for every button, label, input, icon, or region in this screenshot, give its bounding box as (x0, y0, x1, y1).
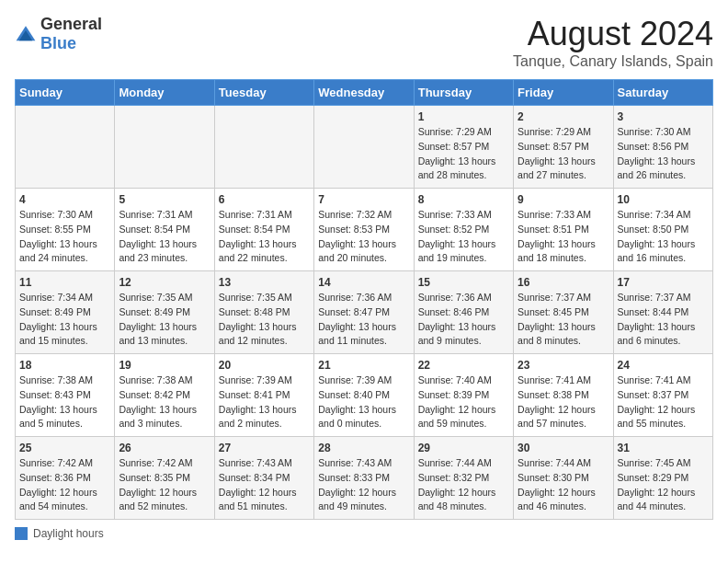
day-info: Sunrise: 7:39 AM Sunset: 8:41 PM Dayligh… (219, 373, 310, 431)
legend-box (15, 527, 28, 540)
footer: Daylight hours (15, 527, 713, 540)
day-number: 19 (119, 359, 210, 372)
day-number: 29 (418, 442, 509, 454)
header: General Blue August 2024 Tanque, Canary … (15, 15, 713, 70)
day-info: Sunrise: 7:32 AM Sunset: 8:53 PM Dayligh… (318, 208, 409, 266)
day-info: Sunrise: 7:41 AM Sunset: 8:37 PM Dayligh… (618, 373, 709, 431)
day-number: 3 (618, 110, 709, 123)
day-cell: 9Sunrise: 7:33 AM Sunset: 8:51 PM Daylig… (514, 189, 613, 271)
day-number: 9 (518, 193, 609, 206)
day-number: 8 (418, 193, 509, 206)
day-number: 16 (518, 276, 609, 289)
day-info: Sunrise: 7:38 AM Sunset: 8:43 PM Dayligh… (19, 373, 110, 431)
day-number: 12 (119, 276, 210, 289)
main-title: August 2024 (513, 15, 713, 53)
day-cell (214, 106, 313, 189)
day-cell: 30Sunrise: 7:44 AM Sunset: 8:30 PM Dayli… (514, 437, 613, 520)
day-number: 20 (219, 359, 310, 372)
day-number: 1 (418, 110, 509, 123)
header-cell-tuesday: Tuesday (214, 80, 313, 106)
day-cell: 22Sunrise: 7:40 AM Sunset: 8:39 PM Dayli… (414, 354, 513, 437)
week-row-4: 25Sunrise: 7:42 AM Sunset: 8:36 PM Dayli… (16, 437, 713, 520)
day-number: 27 (219, 442, 310, 454)
logo: General Blue (15, 15, 102, 53)
legend-label: Daylight hours (33, 527, 104, 540)
day-cell: 15Sunrise: 7:36 AM Sunset: 8:46 PM Dayli… (414, 271, 513, 354)
header-cell-friday: Friday (514, 80, 613, 106)
day-info: Sunrise: 7:43 AM Sunset: 8:34 PM Dayligh… (219, 456, 310, 514)
day-number: 13 (219, 276, 310, 289)
calendar-body: 1Sunrise: 7:29 AM Sunset: 8:57 PM Daylig… (16, 106, 713, 520)
day-cell: 19Sunrise: 7:38 AM Sunset: 8:42 PM Dayli… (115, 354, 214, 437)
day-cell: 2Sunrise: 7:29 AM Sunset: 8:57 PM Daylig… (514, 106, 613, 189)
logo-blue-text: Blue (40, 34, 76, 52)
day-info: Sunrise: 7:45 AM Sunset: 8:29 PM Dayligh… (618, 456, 709, 514)
day-cell: 21Sunrise: 7:39 AM Sunset: 8:40 PM Dayli… (314, 354, 414, 437)
day-info: Sunrise: 7:30 AM Sunset: 8:56 PM Dayligh… (618, 125, 709, 183)
week-row-1: 4Sunrise: 7:30 AM Sunset: 8:55 PM Daylig… (16, 189, 713, 271)
day-info: Sunrise: 7:44 AM Sunset: 8:32 PM Dayligh… (418, 456, 509, 514)
day-info: Sunrise: 7:35 AM Sunset: 8:49 PM Dayligh… (119, 291, 210, 349)
day-cell (314, 106, 414, 189)
day-info: Sunrise: 7:31 AM Sunset: 8:54 PM Dayligh… (119, 208, 210, 266)
day-number: 6 (219, 193, 310, 206)
day-cell: 10Sunrise: 7:34 AM Sunset: 8:50 PM Dayli… (613, 189, 712, 271)
day-number: 26 (119, 442, 210, 454)
day-info: Sunrise: 7:42 AM Sunset: 8:36 PM Dayligh… (19, 456, 110, 514)
day-cell: 28Sunrise: 7:43 AM Sunset: 8:33 PM Dayli… (314, 437, 414, 520)
day-number: 31 (618, 442, 709, 454)
day-info: Sunrise: 7:36 AM Sunset: 8:47 PM Dayligh… (318, 291, 409, 349)
day-number: 30 (518, 442, 609, 454)
day-cell: 7Sunrise: 7:32 AM Sunset: 8:53 PM Daylig… (314, 189, 414, 271)
day-cell: 3Sunrise: 7:30 AM Sunset: 8:56 PM Daylig… (613, 106, 712, 189)
day-cell: 18Sunrise: 7:38 AM Sunset: 8:43 PM Dayli… (16, 354, 115, 437)
day-cell: 20Sunrise: 7:39 AM Sunset: 8:41 PM Dayli… (214, 354, 313, 437)
day-info: Sunrise: 7:40 AM Sunset: 8:39 PM Dayligh… (418, 373, 509, 431)
day-info: Sunrise: 7:39 AM Sunset: 8:40 PM Dayligh… (318, 373, 409, 431)
subtitle: Tanque, Canary Islands, Spain (513, 53, 713, 70)
logo-icon (15, 23, 37, 45)
day-cell: 16Sunrise: 7:37 AM Sunset: 8:45 PM Dayli… (514, 271, 613, 354)
day-info: Sunrise: 7:33 AM Sunset: 8:51 PM Dayligh… (518, 208, 609, 266)
day-cell: 23Sunrise: 7:41 AM Sunset: 8:38 PM Dayli… (514, 354, 613, 437)
day-number: 14 (318, 276, 409, 289)
day-number: 4 (19, 193, 110, 206)
day-number: 11 (19, 276, 110, 289)
day-info: Sunrise: 7:43 AM Sunset: 8:33 PM Dayligh… (318, 456, 409, 514)
day-number: 23 (518, 359, 609, 372)
day-number: 15 (418, 276, 509, 289)
day-info: Sunrise: 7:33 AM Sunset: 8:52 PM Dayligh… (418, 208, 509, 266)
day-cell: 13Sunrise: 7:35 AM Sunset: 8:48 PM Dayli… (214, 271, 313, 354)
header-row: SundayMondayTuesdayWednesdayThursdayFrid… (16, 80, 713, 106)
header-cell-saturday: Saturday (613, 80, 712, 106)
day-cell: 12Sunrise: 7:35 AM Sunset: 8:49 PM Dayli… (115, 271, 214, 354)
day-number: 7 (318, 193, 409, 206)
day-cell: 1Sunrise: 7:29 AM Sunset: 8:57 PM Daylig… (414, 106, 513, 189)
day-info: Sunrise: 7:34 AM Sunset: 8:50 PM Dayligh… (618, 208, 709, 266)
day-number: 25 (19, 442, 110, 454)
header-cell-sunday: Sunday (16, 80, 115, 106)
day-cell (16, 106, 115, 189)
logo-general-text: General (40, 15, 102, 33)
day-info: Sunrise: 7:41 AM Sunset: 8:38 PM Dayligh… (518, 373, 609, 431)
day-cell: 14Sunrise: 7:36 AM Sunset: 8:47 PM Dayli… (314, 271, 414, 354)
day-number: 10 (618, 193, 709, 206)
calendar-table: SundayMondayTuesdayWednesdayThursdayFrid… (15, 79, 713, 520)
day-cell: 5Sunrise: 7:31 AM Sunset: 8:54 PM Daylig… (115, 189, 214, 271)
header-cell-wednesday: Wednesday (314, 80, 414, 106)
header-cell-thursday: Thursday (414, 80, 513, 106)
day-number: 5 (119, 193, 210, 206)
calendar-header: SundayMondayTuesdayWednesdayThursdayFrid… (16, 80, 713, 106)
day-info: Sunrise: 7:42 AM Sunset: 8:35 PM Dayligh… (119, 456, 210, 514)
day-info: Sunrise: 7:38 AM Sunset: 8:42 PM Dayligh… (119, 373, 210, 431)
week-row-2: 11Sunrise: 7:34 AM Sunset: 8:49 PM Dayli… (16, 271, 713, 354)
day-info: Sunrise: 7:29 AM Sunset: 8:57 PM Dayligh… (418, 125, 509, 183)
day-cell: 29Sunrise: 7:44 AM Sunset: 8:32 PM Dayli… (414, 437, 513, 520)
day-cell: 27Sunrise: 7:43 AM Sunset: 8:34 PM Dayli… (214, 437, 313, 520)
week-row-3: 18Sunrise: 7:38 AM Sunset: 8:43 PM Dayli… (16, 354, 713, 437)
day-cell: 31Sunrise: 7:45 AM Sunset: 8:29 PM Dayli… (613, 437, 712, 520)
day-number: 2 (518, 110, 609, 123)
day-info: Sunrise: 7:37 AM Sunset: 8:44 PM Dayligh… (618, 291, 709, 349)
day-cell (115, 106, 214, 189)
day-cell: 6Sunrise: 7:31 AM Sunset: 8:54 PM Daylig… (214, 189, 313, 271)
